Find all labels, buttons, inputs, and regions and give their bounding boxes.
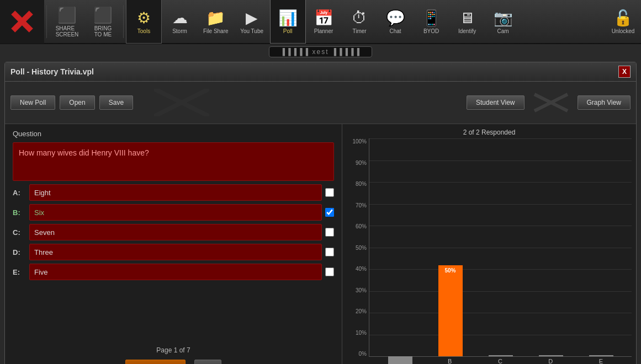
- chat-label: Chat: [390, 28, 401, 34]
- y-label-40: 40%: [347, 266, 369, 272]
- answer-input-b[interactable]: [29, 204, 322, 221]
- toolbar-share-screen[interactable]: ⬛ SHARESCREEN: [49, 0, 85, 44]
- toolbar-planner[interactable]: 📅 Planner: [306, 0, 342, 44]
- main-toolbar: ⬛ SHARESCREEN ⬛ BRINGTO ME ⚙ Tools ☁ Sto…: [0, 0, 641, 44]
- plot-area: 50%: [369, 138, 632, 357]
- bar-group-b: 50%: [438, 265, 463, 356]
- bar-group-e: [589, 355, 613, 356]
- answer-input-c[interactable]: [29, 224, 322, 240]
- y-label-50: 50%: [347, 245, 369, 251]
- cam-label: Cam: [497, 28, 509, 34]
- grid-100: [369, 138, 632, 139]
- answer-checkbox-e[interactable]: [325, 267, 334, 276]
- student-view-button[interactable]: Student View: [467, 95, 525, 110]
- window-close-button[interactable]: X: [618, 66, 631, 78]
- y-label-20: 20%: [347, 308, 369, 314]
- toolbar-youtube[interactable]: ▶ You Tube: [234, 0, 270, 44]
- x-label-e: E: [589, 358, 613, 364]
- next-page-button[interactable]: >>: [194, 360, 221, 364]
- toolbar-separator-2: [123, 5, 124, 38]
- x-label-b: B: [438, 358, 462, 364]
- toolbar-chat[interactable]: 💬 Chat: [378, 0, 414, 44]
- storm-icon: ☁: [172, 9, 188, 27]
- grid-90: [369, 160, 632, 161]
- y-label-30: 30%: [347, 287, 369, 293]
- byod-label: BYOD: [423, 28, 439, 34]
- bar-group-d: [539, 355, 563, 356]
- bar-b-fill: 50%: [438, 265, 463, 356]
- bar-a-fill: [388, 356, 412, 364]
- right-panel: 2 of 2 Responded 100% 90% 80% 70% 60% 50…: [342, 124, 636, 364]
- page-info: Page 1 of 7: [13, 342, 334, 354]
- cam-icon: 📷: [494, 9, 513, 27]
- answer-checkbox-d[interactable]: [325, 248, 334, 256]
- bar-e-fill: [589, 355, 613, 356]
- xest-bar: ▐▐▐▐▐ xest ▐▐▐▐▐: [0, 44, 641, 60]
- toolbar-storm[interactable]: ☁ Storm: [162, 0, 198, 44]
- storm-label: Storm: [172, 28, 187, 34]
- question-label: Question: [13, 130, 334, 138]
- graph-view-button[interactable]: Graph View: [578, 95, 631, 110]
- open-button[interactable]: Open: [60, 95, 94, 110]
- bars-area: 50%: [369, 265, 632, 356]
- toolbar-separator-1: [46, 5, 47, 38]
- tools-icon: ⚙: [137, 9, 151, 27]
- unlocked-icon: 🔓: [613, 9, 633, 27]
- save-button[interactable]: Save: [99, 95, 133, 110]
- bar-b-label: 50%: [438, 267, 463, 274]
- answer-input-e[interactable]: [29, 264, 322, 280]
- answer-row-d: D:: [13, 244, 334, 260]
- toolbar-file-share[interactable]: 📁 File Share: [198, 0, 234, 44]
- left-panel: Question How many wives did Henry VIII h…: [5, 124, 342, 364]
- answer-label-a: A:: [13, 189, 26, 197]
- planner-icon: 📅: [314, 9, 333, 27]
- toolbar-tools[interactable]: ⚙ Tools: [126, 0, 162, 44]
- answer-label-c: C:: [13, 228, 26, 237]
- x-label-c: C: [488, 358, 512, 364]
- y-label-60: 60%: [347, 223, 369, 229]
- grid-60: [369, 226, 632, 226]
- answer-row-b: B:: [13, 204, 334, 221]
- xest-text: ▐▐▐▐▐ xest ▐▐▐▐▐: [269, 46, 373, 57]
- y-label-10: 10%: [347, 330, 369, 336]
- youtube-label: You Tube: [240, 28, 263, 34]
- y-label-80: 80%: [347, 181, 369, 187]
- y-label-0: 0%: [347, 351, 369, 357]
- toolbar-bring-to-me[interactable]: ⬛ BRINGTO ME: [85, 0, 121, 44]
- logo: [0, 0, 44, 44]
- toolbar-identify[interactable]: 🖥 Identify: [449, 0, 485, 44]
- x-label-d: D: [538, 358, 563, 364]
- poll-toolbar: New Poll Open Save Student View Graph Vi…: [5, 82, 636, 124]
- watermark: [149, 86, 215, 119]
- new-poll-button[interactable]: New Poll: [10, 95, 55, 110]
- file-share-icon: 📁: [206, 9, 225, 27]
- answer-input-d[interactable]: [29, 244, 322, 260]
- bring-to-me-label: BRINGTO ME: [94, 25, 112, 38]
- planner-label: Planner: [314, 28, 333, 34]
- answer-checkbox-b[interactable]: [325, 208, 334, 217]
- bottom-controls: Send Poll >>: [13, 356, 334, 364]
- send-poll-button[interactable]: Send Poll: [125, 360, 186, 364]
- y-label-90: 90%: [347, 160, 369, 166]
- toolbar-cam[interactable]: 📷 Cam: [485, 0, 521, 44]
- toolbar-poll[interactable]: 📊 Poll: [270, 0, 306, 44]
- y-axis: 100% 90% 80% 70% 60% 50% 40% 30% 20% 10%…: [347, 138, 369, 357]
- youtube-icon: ▶: [246, 9, 258, 27]
- answer-checkbox-c[interactable]: [325, 228, 334, 237]
- file-share-label: File Share: [203, 28, 229, 34]
- answer-label-b: B:: [13, 208, 26, 217]
- share-screen-icon: ⬛: [57, 6, 77, 24]
- answer-row-a: A:: [13, 184, 334, 201]
- bar-group-c: [489, 355, 513, 356]
- chart-container: 100% 90% 80% 70% 60% 50% 40% 30% 20% 10%…: [347, 138, 632, 364]
- answer-label-e: E:: [13, 268, 26, 276]
- answer-input-a[interactable]: [29, 184, 322, 201]
- y-label-100: 100%: [347, 138, 369, 144]
- answer-label-d: D:: [13, 248, 26, 256]
- bring-to-me-icon: ⬛: [93, 6, 113, 24]
- toolbar-unlocked[interactable]: 🔓 Unlocked: [605, 0, 641, 44]
- answer-checkbox-a[interactable]: [325, 188, 334, 197]
- toolbar-timer[interactable]: ⏱ Timer: [342, 0, 378, 44]
- bar-c-fill: [489, 355, 513, 356]
- toolbar-byod[interactable]: 📱 BYOD: [414, 0, 449, 44]
